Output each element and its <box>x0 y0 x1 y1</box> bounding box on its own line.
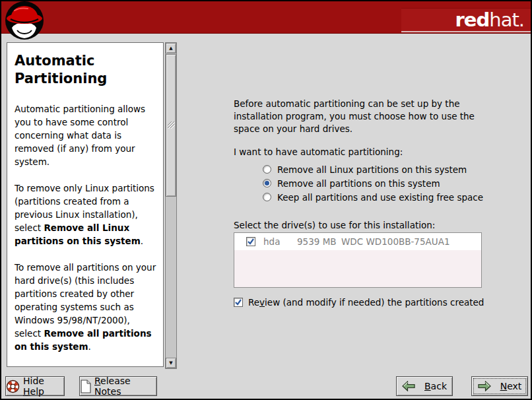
scroll-up-button[interactable]: ▲ <box>166 43 176 53</box>
arrow-right-icon <box>478 381 491 391</box>
button-label: Back <box>424 381 447 391</box>
drive-model: WDC WD100BB-75AUA1 <box>341 236 450 247</box>
review-checkbox-row[interactable]: Review (and modify if needed) the partit… <box>234 297 484 308</box>
brand-plaque: redhat. <box>401 8 531 32</box>
radio-label: Keep all partitions and use existing fre… <box>277 192 483 203</box>
help-panel: Automatic Partitioning Automatic partiti… <box>7 42 164 367</box>
document-icon <box>80 380 91 393</box>
radio-option-remove-linux[interactable]: Remove all Linux partitions on this syst… <box>263 164 483 175</box>
checkmark-icon <box>247 238 255 246</box>
help-paragraph: To remove only Linux partitions (partiti… <box>15 182 156 248</box>
installer-window: redhat. Automatic Partitioning Automatic… <box>0 0 532 400</box>
window-content: redhat. Automatic Partitioning Automatic… <box>1 1 531 399</box>
help-title: Automatic Partitioning <box>15 52 156 88</box>
radio-label: Remove all partitions on this system <box>277 178 440 189</box>
help-scrollbar[interactable]: ▲ ▼ <box>165 42 177 369</box>
button-label: Release Notes <box>94 376 156 397</box>
radio-label: Remove all Linux partitions on this syst… <box>277 164 467 175</box>
back-button[interactable]: Back <box>396 376 453 396</box>
header-band: redhat. <box>1 1 531 34</box>
drive-list[interactable]: hda 9539 MB WDC WD100BB-75AUA1 <box>234 232 482 288</box>
release-notes-button[interactable]: Release Notes <box>79 376 157 396</box>
radio-button[interactable] <box>263 179 271 187</box>
drives-label: Select the drive(s) to use for this inst… <box>234 220 435 230</box>
radio-option-remove-all[interactable]: Remove all partitions on this system <box>263 178 483 189</box>
help-paragraph: Automatic partitioning allows you to hav… <box>15 102 156 168</box>
intro-text: Before automatic partitioning can be set… <box>234 98 498 135</box>
scrollbar-thumb[interactable] <box>166 54 176 197</box>
radio-button[interactable] <box>263 193 271 201</box>
drive-row[interactable]: hda 9539 MB WDC WD100BB-75AUA1 <box>234 233 481 250</box>
review-checkbox[interactable] <box>234 298 243 307</box>
help-paragraph: To remove all partitions on your hard dr… <box>15 261 156 353</box>
redhat-wordmark: redhat. <box>455 11 524 30</box>
partitioning-question-label: I want to have automatic partitioning: <box>234 147 403 157</box>
button-label: Hide Help <box>23 376 64 397</box>
drive-size: 9539 MB <box>297 236 337 247</box>
partitioning-radio-group: Remove all Linux partitions on this syst… <box>263 164 483 203</box>
button-label: Next <box>500 381 522 391</box>
next-button[interactable]: Next <box>471 376 528 396</box>
hide-help-button[interactable]: Hide Help <box>5 376 65 396</box>
redhat-shadowman-icon <box>3 1 46 41</box>
radio-option-keep-all[interactable]: Keep all partitions and use existing fre… <box>263 191 483 203</box>
review-label: Review (and modify if needed) the partit… <box>248 297 484 308</box>
checkmark-icon <box>234 298 242 306</box>
scroll-down-button[interactable]: ▼ <box>166 358 176 368</box>
arrow-up-icon: ▲ <box>169 46 172 51</box>
drive-checkbox[interactable] <box>246 237 255 246</box>
drive-device: hda <box>263 236 280 247</box>
grip-icon <box>167 121 176 130</box>
arrow-down-icon: ▼ <box>169 360 172 366</box>
life-buoy-icon <box>6 380 20 393</box>
arrow-left-icon <box>402 381 415 391</box>
radio-button[interactable] <box>263 165 271 174</box>
